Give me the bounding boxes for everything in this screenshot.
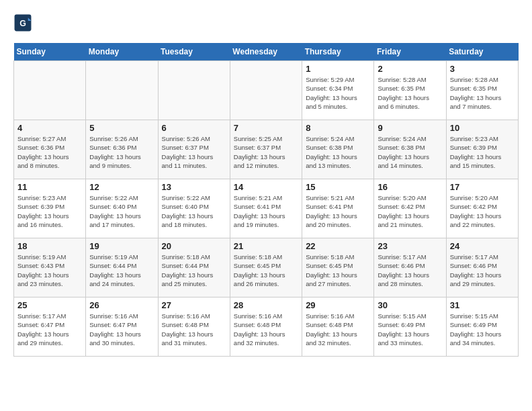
day-info: Sunrise: 5:18 AM Sunset: 6:45 PM Dayligh… <box>306 253 370 288</box>
weekday-header-friday: Friday <box>374 43 446 61</box>
logo: G <box>13 13 35 32</box>
day-info: Sunrise: 5:21 AM Sunset: 6:41 PM Dayligh… <box>306 193 370 229</box>
calendar-cell: 29Sunrise: 5:16 AM Sunset: 6:48 PM Dayli… <box>302 298 374 357</box>
logo-icon: G <box>13 13 32 32</box>
day-number: 21 <box>234 241 298 251</box>
calendar-cell: 10Sunrise: 5:23 AM Sunset: 6:39 PM Dayli… <box>446 120 518 179</box>
day-number: 8 <box>306 123 370 133</box>
day-info: Sunrise: 5:25 AM Sunset: 6:37 PM Dayligh… <box>234 134 298 170</box>
calendar-cell: 19Sunrise: 5:19 AM Sunset: 6:44 PM Dayli… <box>86 238 158 298</box>
day-number: 26 <box>89 300 154 310</box>
page-header: G <box>13 13 519 32</box>
calendar-cell: 2Sunrise: 5:28 AM Sunset: 6:35 PM Daylig… <box>374 61 446 120</box>
weekday-header-thursday: Thursday <box>302 43 374 61</box>
day-number: 14 <box>234 182 298 192</box>
weekday-header-wednesday: Wednesday <box>230 43 302 61</box>
weekday-header-tuesday: Tuesday <box>158 43 230 61</box>
day-info: Sunrise: 5:24 AM Sunset: 6:38 PM Dayligh… <box>378 134 442 170</box>
svg-text:G: G <box>19 19 26 28</box>
day-info: Sunrise: 5:16 AM Sunset: 6:48 PM Dayligh… <box>306 312 370 347</box>
day-number: 16 <box>378 182 442 192</box>
calendar-cell: 3Sunrise: 5:28 AM Sunset: 6:35 PM Daylig… <box>446 61 518 120</box>
day-info: Sunrise: 5:19 AM Sunset: 6:44 PM Dayligh… <box>89 253 154 288</box>
calendar-cell <box>230 61 302 120</box>
day-number: 5 <box>89 123 154 133</box>
day-info: Sunrise: 5:20 AM Sunset: 6:42 PM Dayligh… <box>378 193 442 229</box>
day-info: Sunrise: 5:23 AM Sunset: 6:39 PM Dayligh… <box>450 134 515 170</box>
day-number: 30 <box>378 300 442 310</box>
day-number: 4 <box>17 123 82 133</box>
day-info: Sunrise: 5:18 AM Sunset: 6:44 PM Dayligh… <box>162 253 226 288</box>
day-info: Sunrise: 5:16 AM Sunset: 6:47 PM Dayligh… <box>89 312 154 347</box>
calendar-cell: 24Sunrise: 5:17 AM Sunset: 6:46 PM Dayli… <box>446 238 518 298</box>
day-info: Sunrise: 5:20 AM Sunset: 6:42 PM Dayligh… <box>450 193 515 229</box>
day-info: Sunrise: 5:21 AM Sunset: 6:41 PM Dayligh… <box>234 193 298 229</box>
calendar-cell: 14Sunrise: 5:21 AM Sunset: 6:41 PM Dayli… <box>230 179 302 238</box>
day-info: Sunrise: 5:15 AM Sunset: 6:49 PM Dayligh… <box>378 312 442 347</box>
week-row-4: 18Sunrise: 5:19 AM Sunset: 6:43 PM Dayli… <box>14 238 519 298</box>
calendar-cell: 4Sunrise: 5:27 AM Sunset: 6:36 PM Daylig… <box>14 120 86 179</box>
day-info: Sunrise: 5:18 AM Sunset: 6:45 PM Dayligh… <box>234 253 298 288</box>
week-row-1: 1Sunrise: 5:29 AM Sunset: 6:34 PM Daylig… <box>14 61 519 120</box>
day-number: 28 <box>234 300 298 310</box>
calendar-cell: 8Sunrise: 5:24 AM Sunset: 6:38 PM Daylig… <box>302 120 374 179</box>
day-number: 18 <box>17 241 82 251</box>
calendar-cell: 30Sunrise: 5:15 AM Sunset: 6:49 PM Dayli… <box>374 298 446 357</box>
calendar-cell: 17Sunrise: 5:20 AM Sunset: 6:42 PM Dayli… <box>446 179 518 238</box>
day-number: 22 <box>306 241 370 251</box>
day-number: 12 <box>89 182 154 192</box>
day-info: Sunrise: 5:15 AM Sunset: 6:49 PM Dayligh… <box>450 312 515 347</box>
week-row-3: 11Sunrise: 5:23 AM Sunset: 6:39 PM Dayli… <box>14 179 519 238</box>
calendar-cell: 16Sunrise: 5:20 AM Sunset: 6:42 PM Dayli… <box>374 179 446 238</box>
day-info: Sunrise: 5:27 AM Sunset: 6:36 PM Dayligh… <box>17 134 82 170</box>
calendar-cell: 6Sunrise: 5:26 AM Sunset: 6:37 PM Daylig… <box>158 120 230 179</box>
day-info: Sunrise: 5:28 AM Sunset: 6:35 PM Dayligh… <box>378 75 442 111</box>
calendar-cell: 28Sunrise: 5:16 AM Sunset: 6:48 PM Dayli… <box>230 298 302 357</box>
day-number: 7 <box>234 123 298 133</box>
calendar-cell: 21Sunrise: 5:18 AM Sunset: 6:45 PM Dayli… <box>230 238 302 298</box>
calendar-cell: 15Sunrise: 5:21 AM Sunset: 6:41 PM Dayli… <box>302 179 374 238</box>
weekday-header-row: SundayMondayTuesdayWednesdayThursdayFrid… <box>14 43 519 61</box>
day-number: 9 <box>378 123 442 133</box>
calendar-cell: 9Sunrise: 5:24 AM Sunset: 6:38 PM Daylig… <box>374 120 446 179</box>
calendar-table: SundayMondayTuesdayWednesdayThursdayFrid… <box>13 43 519 357</box>
calendar-cell: 26Sunrise: 5:16 AM Sunset: 6:47 PM Dayli… <box>86 298 158 357</box>
day-number: 11 <box>17 182 82 192</box>
calendar-cell: 20Sunrise: 5:18 AM Sunset: 6:44 PM Dayli… <box>158 238 230 298</box>
calendar-cell: 1Sunrise: 5:29 AM Sunset: 6:34 PM Daylig… <box>302 61 374 120</box>
day-number: 10 <box>450 123 515 133</box>
day-info: Sunrise: 5:28 AM Sunset: 6:35 PM Dayligh… <box>450 75 515 111</box>
day-number: 20 <box>162 241 226 251</box>
day-info: Sunrise: 5:22 AM Sunset: 6:40 PM Dayligh… <box>89 193 154 229</box>
calendar-cell: 13Sunrise: 5:22 AM Sunset: 6:40 PM Dayli… <box>158 179 230 238</box>
calendar-cell: 31Sunrise: 5:15 AM Sunset: 6:49 PM Dayli… <box>446 298 518 357</box>
calendar-cell: 7Sunrise: 5:25 AM Sunset: 6:37 PM Daylig… <box>230 120 302 179</box>
day-info: Sunrise: 5:26 AM Sunset: 6:37 PM Dayligh… <box>162 134 226 170</box>
day-info: Sunrise: 5:17 AM Sunset: 6:46 PM Dayligh… <box>450 253 515 288</box>
day-number: 6 <box>162 123 226 133</box>
day-info: Sunrise: 5:22 AM Sunset: 6:40 PM Dayligh… <box>162 193 226 229</box>
day-number: 31 <box>450 300 515 310</box>
calendar-cell <box>158 61 230 120</box>
week-row-2: 4Sunrise: 5:27 AM Sunset: 6:36 PM Daylig… <box>14 120 519 179</box>
week-row-5: 25Sunrise: 5:17 AM Sunset: 6:47 PM Dayli… <box>14 298 519 357</box>
day-info: Sunrise: 5:19 AM Sunset: 6:43 PM Dayligh… <box>17 253 82 288</box>
day-number: 27 <box>162 300 226 310</box>
day-info: Sunrise: 5:29 AM Sunset: 6:34 PM Dayligh… <box>306 75 370 111</box>
weekday-header-sunday: Sunday <box>14 43 86 61</box>
weekday-header-monday: Monday <box>86 43 158 61</box>
day-info: Sunrise: 5:26 AM Sunset: 6:36 PM Dayligh… <box>89 134 154 170</box>
day-number: 3 <box>450 64 515 74</box>
day-number: 13 <box>162 182 226 192</box>
day-number: 24 <box>450 241 515 251</box>
day-info: Sunrise: 5:17 AM Sunset: 6:46 PM Dayligh… <box>378 253 442 288</box>
calendar-cell <box>86 61 158 120</box>
day-info: Sunrise: 5:23 AM Sunset: 6:39 PM Dayligh… <box>17 193 82 229</box>
calendar-cell: 18Sunrise: 5:19 AM Sunset: 6:43 PM Dayli… <box>14 238 86 298</box>
calendar-cell: 11Sunrise: 5:23 AM Sunset: 6:39 PM Dayli… <box>14 179 86 238</box>
day-number: 25 <box>17 300 82 310</box>
day-info: Sunrise: 5:16 AM Sunset: 6:48 PM Dayligh… <box>234 312 298 347</box>
day-number: 1 <box>306 64 370 74</box>
calendar-cell: 25Sunrise: 5:17 AM Sunset: 6:47 PM Dayli… <box>14 298 86 357</box>
day-info: Sunrise: 5:16 AM Sunset: 6:48 PM Dayligh… <box>162 312 226 347</box>
